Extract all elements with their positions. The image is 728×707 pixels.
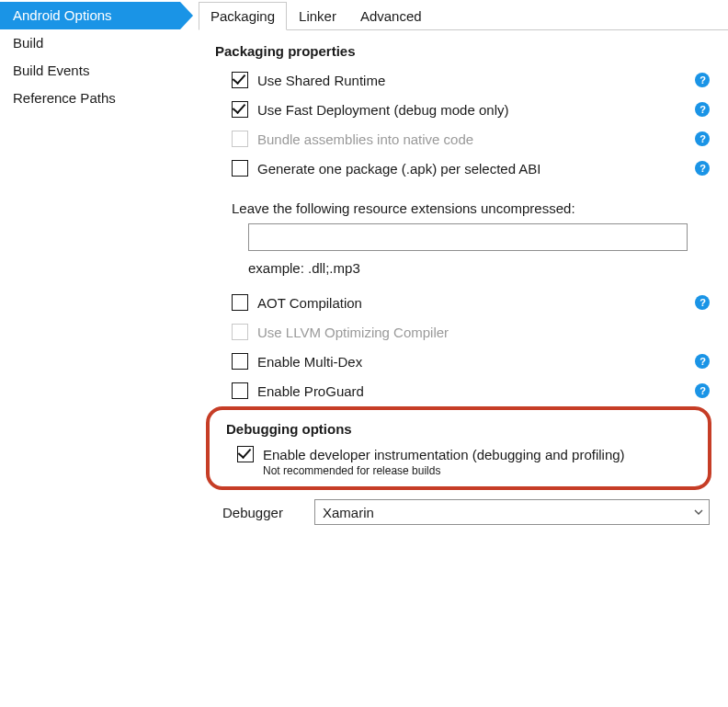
label-developer-instrumentation: Enable developer instrumentation (debugg… bbox=[263, 447, 625, 462]
tab-label: Packaging bbox=[210, 8, 275, 24]
checkbox-shared-runtime[interactable] bbox=[232, 72, 248, 88]
sidebar-item-label: Build bbox=[13, 35, 43, 51]
help-icon[interactable]: ? bbox=[695, 102, 710, 117]
packaging-properties-heading: Packaging properties bbox=[215, 43, 710, 59]
uncompressed-extensions-example: example: .dll;.mp3 bbox=[248, 260, 710, 276]
label-one-apk-per-abi: Generate one package (.apk) per selected… bbox=[257, 161, 541, 177]
uncompressed-extensions-input[interactable] bbox=[248, 223, 688, 251]
help-icon[interactable]: ? bbox=[695, 73, 710, 87]
sidebar-item-label: Build Events bbox=[13, 63, 89, 78]
tab-advanced[interactable]: Advanced bbox=[348, 2, 434, 29]
main-panel: Packaging Linker Advanced Packaging prop… bbox=[180, 0, 728, 707]
sidebar-item-label: Reference Paths bbox=[13, 90, 116, 106]
tab-packaging[interactable]: Packaging bbox=[199, 2, 287, 30]
help-icon[interactable]: ? bbox=[695, 383, 710, 398]
debugger-label: Debugger bbox=[222, 505, 314, 520]
sidebar-item-build[interactable]: Build bbox=[0, 29, 180, 57]
tab-linker[interactable]: Linker bbox=[287, 2, 348, 29]
chevron-down-icon bbox=[694, 509, 703, 515]
debugging-options-heading: Debugging options bbox=[226, 421, 691, 437]
tab-label: Linker bbox=[299, 8, 336, 24]
developer-instrumentation-note: Not recommended for release builds bbox=[263, 464, 691, 477]
label-bundle-native: Bundle assemblies into native code bbox=[257, 131, 473, 147]
sidebar: Android Options Build Build Events Refer… bbox=[0, 0, 180, 707]
uncompressed-extensions-label: Leave the following resource extensions … bbox=[232, 200, 710, 216]
label-aot-compilation: AOT Compilation bbox=[257, 295, 362, 311]
checkbox-aot-compilation[interactable] bbox=[232, 294, 248, 311]
sidebar-item-label: Android Options bbox=[13, 7, 112, 23]
checkbox-multi-dex[interactable] bbox=[232, 353, 248, 370]
label-fast-deployment: Use Fast Deployment (debug mode only) bbox=[257, 102, 508, 118]
debugger-select[interactable]: Xamarin bbox=[314, 499, 710, 525]
packaging-panel: Packaging properties Use Shared Runtime … bbox=[199, 30, 728, 525]
sidebar-item-android-options[interactable]: Android Options bbox=[0, 2, 180, 29]
checkbox-bundle-native bbox=[232, 131, 248, 147]
label-shared-runtime: Use Shared Runtime bbox=[257, 73, 385, 88]
tab-bar: Packaging Linker Advanced bbox=[199, 2, 728, 30]
debugging-options-callout: Debugging options Enable developer instr… bbox=[206, 406, 711, 490]
label-multi-dex: Enable Multi-Dex bbox=[257, 354, 362, 370]
checkbox-developer-instrumentation[interactable] bbox=[237, 446, 254, 462]
help-icon[interactable]: ? bbox=[695, 295, 710, 310]
sidebar-item-reference-paths[interactable]: Reference Paths bbox=[0, 85, 180, 112]
debugger-row: Debugger Xamarin bbox=[222, 499, 710, 525]
tab-label: Advanced bbox=[360, 8, 422, 24]
checkbox-llvm bbox=[232, 324, 248, 340]
label-proguard: Enable ProGuard bbox=[257, 383, 364, 399]
sidebar-item-build-events[interactable]: Build Events bbox=[0, 57, 180, 85]
help-icon[interactable]: ? bbox=[695, 131, 710, 146]
label-llvm: Use LLVM Optimizing Compiler bbox=[257, 325, 449, 340]
help-icon[interactable]: ? bbox=[695, 354, 710, 369]
checkbox-one-apk-per-abi[interactable] bbox=[232, 160, 248, 177]
checkbox-fast-deployment[interactable] bbox=[232, 101, 248, 118]
checkbox-proguard[interactable] bbox=[232, 382, 248, 399]
help-icon[interactable]: ? bbox=[695, 161, 710, 176]
debugger-select-value: Xamarin bbox=[323, 505, 374, 520]
